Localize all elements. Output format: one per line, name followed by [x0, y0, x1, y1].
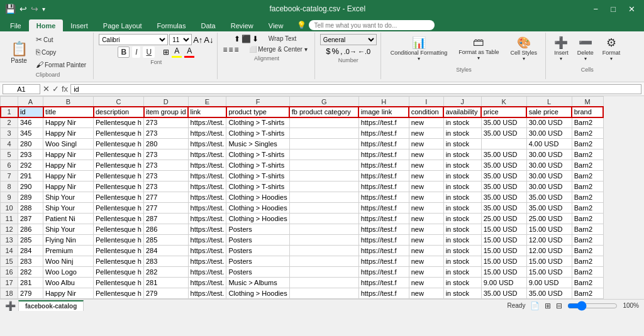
cell-row9-col12[interactable]: Barn2: [572, 192, 603, 203]
tab-file[interactable]: File: [3, 19, 29, 31]
cell-row10-col10[interactable]: 35.00 USD: [481, 203, 526, 214]
col-header-B[interactable]: B: [43, 97, 94, 107]
cell-M1[interactable]: brand: [572, 107, 603, 117]
cell-row14-col7[interactable]: https://test.f: [358, 246, 409, 256]
delete-button[interactable]: ➖ Delete ▾: [574, 34, 597, 65]
cell-row18-col8[interactable]: new: [409, 288, 443, 299]
cell-row2-col0[interactable]: 346: [18, 117, 43, 128]
currency-button[interactable]: $: [326, 46, 330, 56]
cell-row10-col7[interactable]: https://test.f: [358, 203, 409, 214]
cell-row13-col3[interactable]: 285: [144, 235, 189, 246]
cell-row2-col12[interactable]: Barn2: [572, 117, 603, 128]
cell-row11-col10[interactable]: 25.00 USD: [481, 214, 526, 224]
sheet-area[interactable]: A B C D E F G H I J K L M 1: [0, 96, 644, 299]
font-name-select[interactable]: Calibri: [99, 34, 168, 45]
cell-row4-col8[interactable]: new: [409, 139, 443, 149]
cell-row11-col7[interactable]: https://test.f: [358, 214, 409, 224]
row-num[interactable]: 11: [1, 214, 18, 224]
cell-row11-col12[interactable]: Barn2: [572, 214, 603, 224]
cell-row7-col11[interactable]: 30.00 USD: [526, 171, 572, 182]
cell-row14-col0[interactable]: 284: [18, 246, 43, 256]
cell-row4-col12[interactable]: Barn2: [572, 139, 603, 149]
cell-row3-col0[interactable]: 345: [18, 128, 43, 139]
cell-row16-col10[interactable]: 15.00 USD: [481, 267, 526, 278]
cell-row14-col3[interactable]: 284: [144, 246, 189, 256]
cell-row2-col11[interactable]: 30.00 USD: [526, 117, 572, 128]
row-num[interactable]: 1: [1, 107, 18, 117]
cell-row12-col0[interactable]: 286: [18, 224, 43, 235]
cell-row12-col12[interactable]: Barn2: [572, 224, 603, 235]
cell-row16-col1[interactable]: Woo Logo: [43, 267, 94, 278]
formula-input[interactable]: [70, 84, 641, 94]
cell-row5-col5[interactable]: Clothing > T-shirts: [226, 149, 289, 160]
italic-button[interactable]: I: [132, 46, 140, 58]
cell-row11-col5[interactable]: Clothing > Hoodies: [226, 214, 289, 224]
cell-row8-col9[interactable]: in stock: [443, 182, 481, 192]
col-header-K[interactable]: K: [481, 97, 526, 107]
number-format-select[interactable]: General: [320, 34, 377, 45]
cell-row12-col2[interactable]: Pellentesque h: [94, 224, 144, 235]
cell-row12-col1[interactable]: Ship Your: [43, 224, 94, 235]
cell-row5-col12[interactable]: Barn2: [572, 149, 603, 160]
row-num[interactable]: 12: [1, 224, 18, 235]
row-num[interactable]: 13: [1, 235, 18, 246]
cell-row18-col5[interactable]: Clothing > Hoodies: [226, 288, 289, 299]
cell-row14-col8[interactable]: new: [409, 246, 443, 256]
cell-row11-col4[interactable]: https://test.: [188, 214, 226, 224]
cell-row15-col10[interactable]: 15.00 USD: [481, 256, 526, 267]
undo-icon[interactable]: ↩: [19, 4, 27, 14]
cell-row2-col1[interactable]: Happy Nir: [43, 117, 94, 128]
cell-row9-col4[interactable]: https://test.: [188, 192, 226, 203]
sheet-tab-facebook-catalog[interactable]: facebook-catalog: [18, 300, 84, 311]
row-num[interactable]: 16: [1, 267, 18, 278]
cell-row8-col0[interactable]: 290: [18, 182, 43, 192]
layout-view-icon[interactable]: ⊞: [545, 301, 551, 310]
cell-row17-col9[interactable]: in stock: [443, 278, 481, 288]
cell-row11-col3[interactable]: 287: [144, 214, 189, 224]
cell-K1[interactable]: price: [481, 107, 526, 117]
cell-row4-col6[interactable]: [289, 139, 358, 149]
cell-row14-col11[interactable]: 12.00 USD: [526, 246, 572, 256]
row-num[interactable]: 10: [1, 203, 18, 214]
increase-decimal-button[interactable]: .0→: [344, 48, 357, 55]
cell-row12-col8[interactable]: new: [409, 224, 443, 235]
cell-row15-col3[interactable]: 283: [144, 256, 189, 267]
cell-row18-col11[interactable]: 35.00 USD: [526, 288, 572, 299]
confirm-formula-icon[interactable]: ✓: [52, 84, 59, 94]
cell-row6-col5[interactable]: Clothing > T-shirts: [226, 160, 289, 171]
cell-row6-col8[interactable]: new: [409, 160, 443, 171]
cell-F1[interactable]: product type: [226, 107, 289, 117]
insert-function-icon[interactable]: fx: [62, 84, 68, 94]
cell-row5-col7[interactable]: https://test.f: [358, 149, 409, 160]
cell-row17-col1[interactable]: Woo Albu: [43, 278, 94, 288]
cell-row13-col11[interactable]: 12.00 USD: [526, 235, 572, 246]
merge-center-button[interactable]: ⬜ Merge & Center ▾: [246, 45, 311, 54]
cell-D1[interactable]: item group id: [144, 107, 189, 117]
cell-row5-col4[interactable]: https://test.: [188, 149, 226, 160]
cell-row8-col4[interactable]: https://test.: [188, 182, 226, 192]
row-num[interactable]: 2: [1, 117, 18, 128]
cell-row8-col11[interactable]: 30.00 USD: [526, 182, 572, 192]
cell-row10-col3[interactable]: 277: [144, 203, 189, 214]
cell-row4-col0[interactable]: 280: [18, 139, 43, 149]
cell-row14-col6[interactable]: [289, 246, 358, 256]
cell-row10-col0[interactable]: 288: [18, 203, 43, 214]
cell-row12-col9[interactable]: in stock: [443, 224, 481, 235]
row-num[interactable]: 7: [1, 171, 18, 182]
cell-row14-col5[interactable]: Posters: [226, 246, 289, 256]
tab-review[interactable]: Review: [223, 19, 261, 31]
cell-row4-col5[interactable]: Music > Singles: [226, 139, 289, 149]
cell-row18-col3[interactable]: 279: [144, 288, 189, 299]
row-num[interactable]: 18: [1, 288, 18, 299]
cell-row17-col3[interactable]: 281: [144, 278, 189, 288]
cell-row13-col5[interactable]: Posters: [226, 235, 289, 246]
cell-row14-col1[interactable]: Premium: [43, 246, 94, 256]
cell-row8-col12[interactable]: Barn2: [572, 182, 603, 192]
cell-row5-col6[interactable]: [289, 149, 358, 160]
cell-row15-col9[interactable]: in stock: [443, 256, 481, 267]
cell-G1[interactable]: fb product category: [289, 107, 358, 117]
cell-row10-col2[interactable]: Pellentesque h: [94, 203, 144, 214]
cell-row10-col11[interactable]: 35.00 USD: [526, 203, 572, 214]
row-num[interactable]: 4: [1, 139, 18, 149]
cell-row7-col4[interactable]: https://test.: [188, 171, 226, 182]
